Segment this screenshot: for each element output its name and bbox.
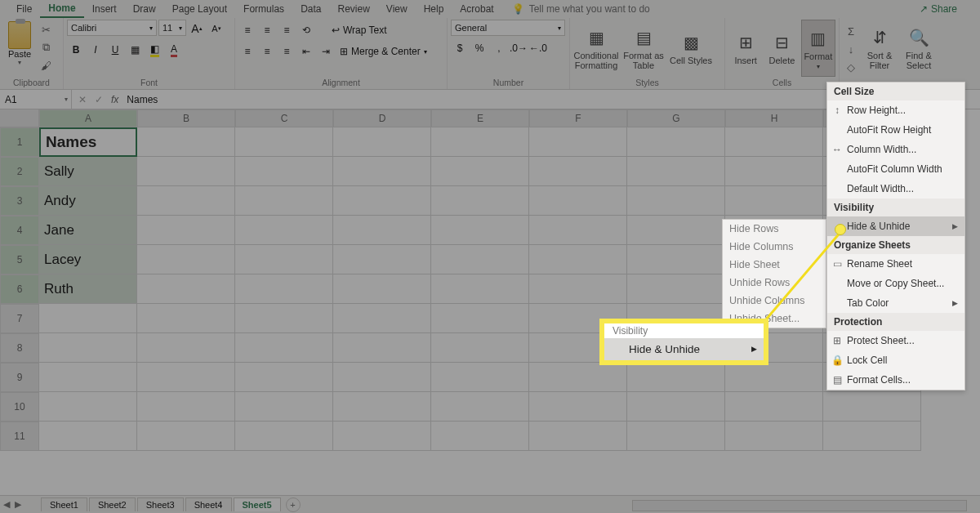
row-header-7[interactable]: 7 xyxy=(0,304,39,333)
cell-C3[interactable] xyxy=(235,186,333,216)
cell-E7[interactable] xyxy=(431,304,529,333)
align-bottom-button[interactable]: ≡ xyxy=(278,21,296,39)
cell-D2[interactable] xyxy=(333,157,431,186)
orientation-button[interactable]: ⟲ xyxy=(297,21,315,39)
cell-C2[interactable] xyxy=(235,157,333,186)
cell-A4[interactable]: Jane xyxy=(39,216,137,245)
cell-G1[interactable] xyxy=(627,127,725,157)
menu-item-rename-sheet[interactable]: ▭Rename Sheet xyxy=(827,254,964,274)
menu-item-protect-sheet-[interactable]: ⊞Protect Sheet... xyxy=(827,331,964,350)
column-header-B[interactable]: B xyxy=(137,109,235,127)
increase-decimal-button[interactable]: .0→ xyxy=(510,39,528,57)
cell-D5[interactable] xyxy=(333,245,431,274)
submenu-item-hide-sheet[interactable]: Hide Sheet xyxy=(723,256,826,274)
cell-F6[interactable] xyxy=(529,274,627,304)
row-header-9[interactable]: 9 xyxy=(0,363,39,392)
cell-A6[interactable]: Ruth xyxy=(39,274,137,304)
row-header-2[interactable]: 2 xyxy=(0,157,39,186)
cell-G6[interactable] xyxy=(627,274,725,304)
cell-A11[interactable] xyxy=(39,422,137,451)
menu-item-lock-cell[interactable]: 🔒Lock Cell xyxy=(827,350,964,370)
cell-G9[interactable] xyxy=(627,363,725,392)
cell-C6[interactable] xyxy=(235,274,333,304)
cell-E3[interactable] xyxy=(431,186,529,216)
cell-C9[interactable] xyxy=(235,363,333,392)
cell-F3[interactable] xyxy=(529,186,627,216)
cancel-formula-icon[interactable]: ✕ xyxy=(78,94,87,105)
row-header-5[interactable]: 5 xyxy=(0,245,39,274)
cell-B9[interactable] xyxy=(137,363,235,392)
submenu-item-unhide-rows[interactable]: Unhide Rows xyxy=(723,274,826,292)
tab-draw[interactable]: Draw xyxy=(125,1,164,17)
sheet-nav-prev[interactable]: ◀ xyxy=(3,499,10,510)
formula-input[interactable]: Names xyxy=(127,94,158,105)
cell-C7[interactable] xyxy=(235,304,333,333)
cell-A9[interactable] xyxy=(39,363,137,392)
column-header-G[interactable]: G xyxy=(627,109,725,127)
tab-page-layout[interactable]: Page Layout xyxy=(164,1,235,17)
cell-styles-button[interactable]: ▩Cell Styles xyxy=(668,20,714,77)
fx-icon[interactable]: fx xyxy=(111,94,118,105)
copy-button[interactable]: ⧉ xyxy=(38,39,54,56)
bold-button[interactable]: B xyxy=(67,41,85,59)
align-right-button[interactable]: ≡ xyxy=(278,42,296,60)
menu-item-format-cells-[interactable]: ▤Format Cells... xyxy=(827,370,964,390)
name-box[interactable]: A1▾ xyxy=(0,90,72,109)
tab-acrobat[interactable]: Acrobat xyxy=(452,1,501,17)
format-as-table-button[interactable]: ▤Format as Table xyxy=(621,20,666,77)
cell-C5[interactable] xyxy=(235,245,333,274)
tab-formulas[interactable]: Formulas xyxy=(235,1,292,17)
cell-E11[interactable] xyxy=(431,422,529,451)
wrap-text-button[interactable]: ↩Wrap Text xyxy=(328,21,390,39)
cell-F5[interactable] xyxy=(529,245,627,274)
cell-E8[interactable] xyxy=(431,333,529,363)
row-header-4[interactable]: 4 xyxy=(0,216,39,245)
cell-A5[interactable]: Lacey xyxy=(39,245,137,274)
cell-G2[interactable] xyxy=(627,157,725,186)
menu-item-autofit-column-width[interactable]: AutoFit Column Width xyxy=(827,159,964,179)
callout-hide-unhide-item[interactable]: Hide & Unhide ▶ xyxy=(604,338,764,360)
cell-E2[interactable] xyxy=(431,157,529,186)
sheet-tab-sheet5[interactable]: Sheet5 xyxy=(234,497,281,511)
cell-F1[interactable] xyxy=(529,127,627,157)
tell-me-search[interactable]: 💡 Tell me what you want to do xyxy=(512,3,650,15)
row-header-1[interactable]: 1 xyxy=(0,127,39,157)
sheet-tab-sheet3[interactable]: Sheet3 xyxy=(137,497,184,511)
sheet-nav-next[interactable]: ▶ xyxy=(15,499,21,510)
cell-I10[interactable] xyxy=(823,392,921,422)
find-select-button[interactable]: 🔍Find & Select xyxy=(900,20,938,77)
cell-A3[interactable]: Andy xyxy=(39,186,137,216)
cell-H9[interactable] xyxy=(725,363,823,392)
cell-F11[interactable] xyxy=(529,422,627,451)
currency-button[interactable]: $ xyxy=(451,39,469,57)
align-middle-button[interactable]: ≡ xyxy=(258,21,276,39)
cell-D9[interactable] xyxy=(333,363,431,392)
submenu-item-unhide-columns[interactable]: Unhide Columns xyxy=(723,292,826,310)
share-button[interactable]: ↗ Share xyxy=(920,3,957,15)
cell-B7[interactable] xyxy=(137,304,235,333)
sheet-tab-sheet4[interactable]: Sheet4 xyxy=(185,497,232,511)
menu-item-move-or-copy-sheet-[interactable]: Move or Copy Sheet... xyxy=(827,274,964,293)
cell-D7[interactable] xyxy=(333,304,431,333)
enter-formula-icon[interactable]: ✓ xyxy=(95,94,103,105)
font-color-button[interactable]: A xyxy=(165,41,183,59)
cell-G10[interactable] xyxy=(627,392,725,422)
increase-indent-button[interactable]: ⇥ xyxy=(317,42,335,60)
column-header-A[interactable]: A xyxy=(39,109,137,127)
menu-item-tab-color[interactable]: Tab Color▶ xyxy=(827,293,964,313)
cell-C4[interactable] xyxy=(235,216,333,245)
add-sheet-button[interactable]: + xyxy=(286,497,301,512)
cell-H10[interactable] xyxy=(725,392,823,422)
font-size-combo[interactable]: 11▾ xyxy=(158,20,186,36)
cell-B10[interactable] xyxy=(137,392,235,422)
select-all-corner[interactable] xyxy=(0,109,39,127)
insert-cells-button[interactable]: ⊞Insert xyxy=(728,20,763,77)
underline-button[interactable]: U xyxy=(106,41,124,59)
decrease-font-button[interactable]: A▾ xyxy=(207,20,225,38)
cell-D1[interactable] xyxy=(333,127,431,157)
menu-item-autofit-row-height[interactable]: AutoFit Row Height xyxy=(827,120,964,140)
cell-F10[interactable] xyxy=(529,392,627,422)
tab-insert[interactable]: Insert xyxy=(84,1,125,17)
decrease-indent-button[interactable]: ⇤ xyxy=(297,42,315,60)
submenu-item-hide-rows[interactable]: Hide Rows xyxy=(723,220,826,238)
